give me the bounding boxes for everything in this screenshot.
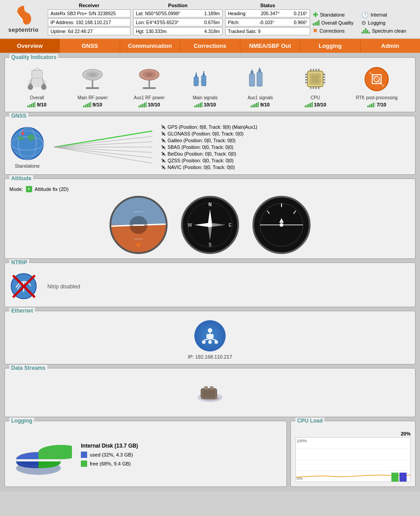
nav-item-admin[interactable]: Admin [361,39,420,53]
receiver-section: Receiver AsteRx SB3 Pro+ S/N 3238925 IP … [48,3,130,35]
nav-item-gnss[interactable]: GNSS [60,39,120,53]
svg-rect-54 [254,104,256,107]
status-label: Status [225,3,310,9]
svg-rect-44 [200,103,201,107]
svg-text:N: N [208,202,211,207]
nav-item-communication[interactable]: Communication [120,39,180,53]
bars-icon [313,20,319,25]
svg-rect-21 [87,104,88,107]
gnss-title: GNSS [9,113,28,119]
svg-point-89 [11,127,43,160]
position-hgt-box: Hgt: 130.333m 4.318m [133,27,223,35]
logging-title: Logging [9,418,34,424]
svg-rect-80 [312,102,313,107]
qi-cpu-score: 10/10 [305,102,327,107]
data-device-icon [194,377,226,409]
svg-rect-10 [29,105,30,107]
svg-rect-140 [210,386,214,389]
qi-aux1-signals-score: 9/10 [251,102,269,107]
qi-main-signals-label: Main signals [193,95,218,100]
svg-rect-22 [88,103,90,107]
svg-point-131 [208,340,212,344]
septentrio-logo-icon [15,5,33,26]
svg-rect-84 [367,106,369,107]
svg-rect-71 [305,82,307,83]
lon-value: Lon: E4°43'55.6523° [136,20,179,25]
position-section: Position Lat: N50°50'55.0998° 1.189m Lon… [133,3,223,35]
receiver-model-box: AsteRx SB3 Pro+ S/N 3238925 [48,9,130,17]
nav-item-corrections[interactable]: Corrections [180,39,240,53]
svg-rect-37 [202,76,206,86]
svg-point-128 [208,328,212,333]
qi-overall-label: Overall [30,95,44,100]
free-legend: free (68%, 9.4 GB) [81,461,138,467]
qzss-line: 🛰 QZSS (Position: 0|0, Track: 0|0) [161,158,257,163]
svg-rect-56 [258,102,259,107]
logging-icon: ⊙ [361,20,366,26]
svg-rect-50 [258,69,261,72]
cpu-chart: 100% 0% [295,437,411,482]
svg-rect-60 [310,69,311,71]
nav-bar: Overview GNSS Communication Corrections … [0,39,420,53]
svg-rect-45 [202,102,202,107]
svg-line-135 [210,338,216,340]
bottom-row: Logging [4,421,416,487]
svg-rect-67 [318,87,319,89]
horizon-instrument [109,196,168,254]
pitch-acc: 0.966° [294,20,307,25]
position-lat-box: Lat: N50°50'55.0998° 1.189m [133,9,223,17]
svg-rect-9 [27,106,29,107]
svg-rect-63 [318,69,319,71]
svg-rect-74 [323,79,325,80]
qi-aux1-rf-score: 10/10 [139,102,160,107]
lat-acc: 1.189m [204,11,220,16]
svg-rect-31 [142,104,143,107]
qi-main-signals-score-text: 10/10 [204,102,216,107]
qi-aux1-signals-label: Aux1 signals [248,95,273,100]
datastreams-content [9,373,411,409]
svg-line-96 [54,136,152,147]
svg-rect-66 [315,87,317,89]
qi-main-rf: Main RF power 9/10 [77,64,108,107]
datastreams-title: Data Streams [9,365,47,371]
glonass-line: 🛰 GLONASS (Position: 0|0, Track: 0|0) [161,131,257,136]
qi-aux1-signals-icon [246,64,275,93]
qi-main-signals: Main signals 10/10 [191,64,220,107]
nav-item-logging[interactable]: Logging [300,39,360,53]
position-lon-box: Lon: E4°43'55.6523° 0.676m [133,18,223,26]
tracked-box: Tracked Sats: 9 [225,27,310,35]
heading-val: 205.347° [261,11,280,16]
ethernet-ip: IP: 192.168.110.217 [188,354,232,360]
qi-aux1-signals-score-text: 9/10 [260,102,269,107]
gps-line: 🛰 GPS (Position: 8|8, Track: 9|9) (Main|… [161,124,257,130]
beidou-line: 🛰 BeiDou (Position: 0|0, Track: 0|0) [161,151,257,156]
heading-acc: 0.216° [294,11,307,16]
svg-rect-33 [146,102,147,107]
svg-rect-20 [85,105,86,107]
logging-indicator: ⊙ Logging [361,20,406,26]
cpu-load-panel: CPU Load 20% 100% 0% [290,421,416,487]
qi-rtk-score-text: 7/10 [377,102,386,107]
svg-rect-38 [203,73,205,76]
svg-rect-11 [31,104,32,107]
qi-aux1-rf: Aux1 RF power 10/10 [134,64,165,107]
svg-rect-49 [257,72,262,86]
svg-rect-64 [310,87,311,89]
qi-overall-score-text: 9/10 [37,102,46,107]
svg-point-141 [201,397,219,400]
corrections-indicator: ✖ Corrections [313,27,357,34]
attitude-panel: Attitude Mode: + Attitude fix (2D) [4,178,416,259]
quality-indicators-panel: Quality Indicators [4,57,416,112]
svg-rect-52 [251,106,252,107]
qi-main-signals-icon [191,64,220,93]
ntrip-title: NTRIP [9,259,29,266]
ntrip-status: Ntrip disabled [47,283,80,290]
qi-cpu-score-text: 10/10 [314,102,327,107]
svg-rect-47 [251,71,253,74]
svg-rect-18 [86,87,99,89]
nav-item-nmea[interactable]: NMEA/SBF Out [240,39,300,53]
svg-text:E: E [229,223,232,228]
qi-overall-icon [22,64,51,93]
nav-item-overview[interactable]: Overview [0,39,60,53]
ntrip-disabled-icon [9,272,38,301]
